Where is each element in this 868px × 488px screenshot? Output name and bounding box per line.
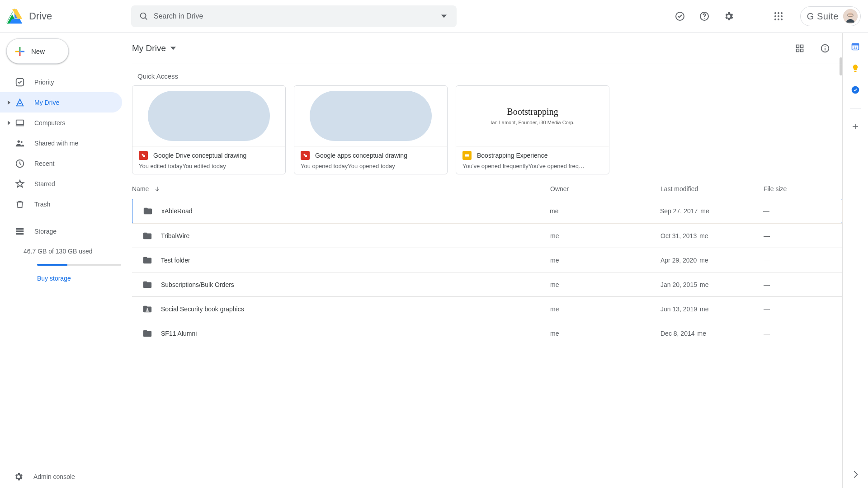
folder-icon: [142, 328, 153, 339]
search-options-icon[interactable]: [435, 7, 453, 25]
folder-icon: [142, 206, 153, 216]
svg-point-16: [781, 19, 783, 20]
nav-trash[interactable]: Trash: [0, 194, 122, 214]
svg-rect-28: [16, 233, 24, 235]
file-name: Social Security book graphics: [161, 305, 550, 313]
quick-access-heading: Quick Access: [132, 64, 842, 82]
svg-point-23: [18, 140, 20, 143]
file-name: xAbleRoad: [161, 207, 550, 215]
file-row[interactable]: Social Security book graphicsmeJun 13, 2…: [132, 296, 842, 321]
file-name: Subscriptions/Bulk Orders: [161, 281, 550, 288]
svg-point-3: [141, 13, 146, 19]
svg-point-41: [146, 308, 148, 310]
account-switcher[interactable]: G Suite: [800, 6, 861, 26]
user-avatar-icon: [843, 9, 858, 23]
nav-starred[interactable]: Starred: [0, 174, 122, 194]
view-grid-icon[interactable]: [791, 39, 809, 57]
search-bar[interactable]: [131, 5, 457, 27]
computers-icon: [14, 117, 25, 128]
file-modified: Jun 13, 2019me: [660, 305, 764, 313]
expand-icon[interactable]: [5, 100, 14, 105]
details-info-icon[interactable]: [816, 39, 834, 57]
keep-addon-icon[interactable]: [851, 64, 860, 73]
svg-point-7: [704, 18, 705, 19]
collapse-panel-icon[interactable]: [848, 467, 863, 482]
rail-divider: [850, 108, 861, 108]
svg-point-15: [778, 19, 779, 20]
file-list: xAbleRoadmeSep 27, 2017me—TribalWiremeOc…: [132, 199, 842, 345]
quick-access-row: Google Drive conceptual drawingYou edite…: [132, 82, 842, 179]
nav-storage[interactable]: Storage: [0, 221, 122, 241]
folder-icon: [142, 255, 153, 266]
expand-icon[interactable]: [5, 121, 14, 125]
col-owner[interactable]: Owner: [550, 185, 660, 192]
svg-point-14: [774, 19, 776, 20]
col-name[interactable]: Name: [132, 185, 550, 192]
folder-path[interactable]: My Drive: [132, 43, 176, 53]
quick-access-card[interactable]: Google apps conceptual drawingYou opened…: [294, 85, 448, 174]
file-row[interactable]: Subscriptions/Bulk OrdersmeJan 20, 2015m…: [132, 272, 842, 296]
storage-usage-text: 46.7 GB of 130 GB used: [24, 248, 126, 255]
sidebar: New Priority My Drive: [0, 33, 126, 488]
thumb-subheading: Ian Lamont, Founder, i30 Media Corp.: [491, 120, 574, 125]
file-name: SF11 Alumni: [161, 330, 550, 337]
admin-console-link[interactable]: Admin console: [14, 472, 126, 482]
drawing-file-icon: [139, 151, 148, 160]
nav-divider: [0, 218, 126, 218]
nav-recent[interactable]: Recent: [0, 153, 122, 174]
offline-status-icon[interactable]: [671, 7, 689, 25]
recent-icon: [14, 158, 25, 169]
drawing-file-icon: [301, 151, 310, 160]
settings-gear-icon[interactable]: [720, 7, 738, 25]
file-size: —: [764, 330, 831, 337]
file-owner: me: [550, 305, 660, 313]
main-header: My Drive: [132, 33, 842, 64]
plus-icon: [14, 46, 25, 56]
search-input[interactable]: [153, 12, 435, 21]
quick-access-card[interactable]: BootstrappingIan Lamont, Founder, i30 Me…: [456, 85, 609, 174]
get-addons-icon[interactable]: [851, 122, 860, 131]
sort-down-icon: [154, 186, 160, 192]
svg-point-12: [778, 15, 779, 17]
nav-shared-with-me[interactable]: Shared with me: [0, 133, 122, 153]
svg-text:31: 31: [854, 46, 857, 50]
buy-storage-link[interactable]: Buy storage: [37, 275, 126, 282]
thumb-heading: Bootstrapping: [507, 107, 558, 117]
logo-area[interactable]: Drive: [5, 7, 131, 25]
file-row[interactable]: Test foldermeApr 29, 2020me—: [132, 248, 842, 272]
scrollbar-thumb[interactable]: [840, 57, 842, 75]
col-size[interactable]: File size: [764, 185, 831, 192]
file-modified: Dec 8, 2014me: [660, 330, 764, 337]
qa-subtitle: You edited todayYou edited today: [139, 163, 279, 169]
file-name: Test folder: [161, 257, 550, 264]
apps-grid-icon[interactable]: [769, 7, 788, 25]
quick-access-card[interactable]: Google Drive conceptual drawingYou edite…: [132, 85, 286, 174]
drive-logo-icon: [5, 7, 24, 25]
file-row[interactable]: TribalWiremeOct 31, 2013me—: [132, 223, 842, 248]
new-button[interactable]: New: [6, 38, 69, 64]
main-panel: My Drive Quick Access Google Drive conce…: [126, 33, 843, 488]
nav-priority[interactable]: Priority: [0, 72, 122, 92]
svg-point-35: [825, 46, 826, 47]
new-button-label: New: [31, 47, 45, 55]
col-modified[interactable]: Last modified: [660, 185, 764, 192]
svg-rect-22: [16, 120, 24, 124]
file-row[interactable]: xAbleRoadmeSep 27, 2017me—: [132, 199, 842, 223]
file-name: TribalWire: [161, 232, 550, 239]
chevron-down-icon: [170, 47, 176, 50]
tasks-addon-icon[interactable]: [851, 85, 860, 94]
nav-computers[interactable]: Computers: [0, 113, 122, 133]
nav-my-drive[interactable]: My Drive: [0, 92, 122, 113]
file-list-header: Name Owner Last modified File size: [132, 179, 842, 199]
calendar-addon-icon[interactable]: 31: [851, 42, 860, 51]
nav-list: Priority My Drive Computers: [0, 72, 126, 214]
svg-point-9: [778, 12, 779, 14]
shared-folder-icon: [142, 304, 153, 314]
help-icon[interactable]: [695, 7, 713, 25]
app-header: Drive G Suite: [0, 0, 868, 33]
svg-point-11: [774, 15, 776, 17]
file-row[interactable]: SF11 AlumnimeDec 8, 2014me—: [132, 321, 842, 345]
search-icon[interactable]: [135, 7, 153, 25]
file-owner: me: [550, 330, 660, 337]
folder-icon: [142, 230, 153, 241]
